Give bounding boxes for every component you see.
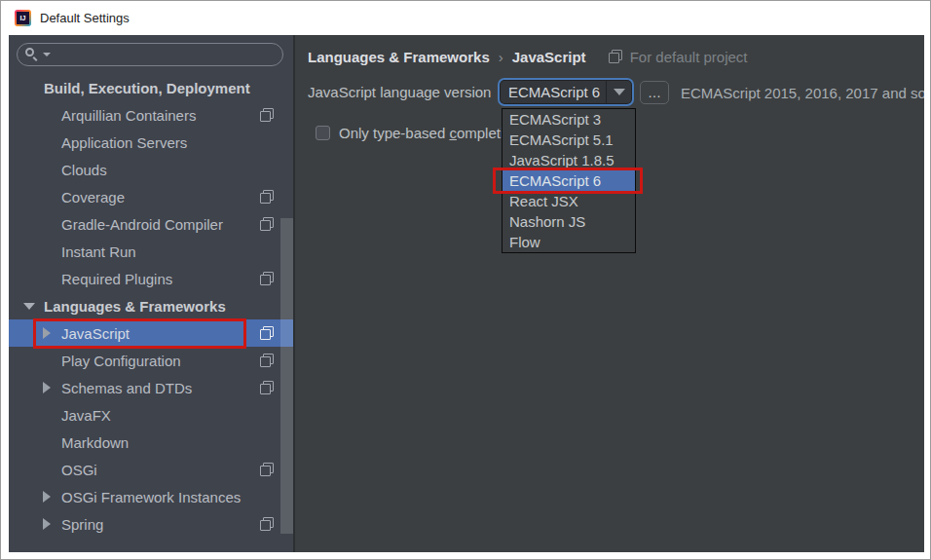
titlebar: IJ Default Settings [1,1,930,35]
dropdown-option-ecmascript-3[interactable]: ECMAScript 3 [503,109,635,130]
sidebar-item-label: Arquillian Containers [61,107,196,124]
per-project-icon [259,516,275,532]
type-based-completion-row: Only type-based completion [316,125,520,141]
language-version-label: JavaScript language version [308,84,491,101]
sidebar-item-label: Application Servers [61,134,187,151]
settings-tree: Build, Execution, DeploymentArquillian C… [9,74,293,538]
per-project-icon [259,107,275,123]
search-input[interactable] [17,43,283,66]
sidebar-item-markdown[interactable]: Markdown [9,429,293,456]
chevron-right-icon[interactable] [38,490,61,504]
chevron-right-icon[interactable] [38,381,61,394]
per-project-icon [259,380,275,395]
per-project-icon [259,462,275,477]
breadcrumb-javascript[interactable]: JavaScript [512,49,586,65]
dropdown-option-ecmascript-5-1[interactable]: ECMAScript 5.1 [503,130,635,150]
type-based-completion-label: Only type-based completion [339,125,520,141]
sidebar-item-label: Coverage [61,189,125,205]
sidebar-item-label: Gradle-Android Compiler [61,216,223,233]
breadcrumb-separator: › [499,49,503,65]
sidebar-item-label: Languages & Frameworks [44,298,226,315]
arrow-spacer [38,435,61,449]
scope-label: For default project [630,49,748,65]
search-field-wrap [17,43,283,66]
per-project-icon [259,325,275,341]
sidebar-item-label: OSGi Framework Instances [61,489,241,505]
version-description: ECMAScript 2015, 2016, 2017 and some [681,85,924,101]
sidebar-item-label: OSGi [61,462,97,478]
arrow-spacer [38,244,61,258]
sidebar-item-clouds[interactable]: Clouds [9,156,293,183]
sidebar-item-osgi-framework-instances[interactable]: OSGi Framework Instances [9,483,293,510]
sidebar-item-javascript[interactable]: JavaScript [9,319,293,347]
per-project-icon [259,271,275,286]
default-settings-dialog: IJ Default Settings Build, Execution, De… [0,0,931,560]
sidebar-item-play-configuration[interactable]: Play Configuration [9,347,293,374]
sidebar-item-javafx[interactable]: JavaFX [9,401,293,429]
dialog-content: Build, Execution, DeploymentArquillian C… [9,35,924,552]
dropdown-option-ecmascript-6[interactable]: ECMAScript 6 [503,170,635,191]
dropdown-option-react-jsx[interactable]: React JSX [503,191,635,211]
arrow-spacer [38,163,61,176]
sidebar-item-coverage[interactable]: Coverage [9,183,293,210]
sidebar-item-label: Markdown [61,434,129,451]
chevron-down-icon [614,89,625,95]
per-project-icon [259,216,275,232]
sidebar-item-label: Clouds [61,162,107,178]
settings-sidebar: Build, Execution, DeploymentArquillian C… [9,35,293,552]
sidebar-item-gradle-android-compiler[interactable]: Gradle-Android Compiler [9,210,293,238]
combobox-arrow-button[interactable] [606,80,632,104]
sidebar-item-languages-frameworks[interactable]: Languages & Frameworks [9,292,293,319]
window-title: Default Settings [40,11,130,25]
arrow-spacer [38,135,61,149]
arrow-spacer [38,408,61,422]
per-project-icon [608,49,623,64]
dropdown-option-nashorn-js[interactable]: Nashorn JS [503,211,635,232]
sidebar-item-label: JavaFX [61,407,111,424]
chevron-down-icon[interactable] [20,299,44,313]
sidebar-item-label: Spring [61,516,103,533]
browse-button[interactable]: … [640,81,669,104]
sidebar-item-spring[interactable]: Spring [9,510,293,538]
per-project-icon [259,189,275,205]
settings-panel: Languages & Frameworks › JavaScript For … [293,35,924,552]
language-version-dropdown-list: ECMAScript 3ECMAScript 5.1JavaScript 1.8… [502,108,636,253]
language-version-combobox[interactable]: ECMAScript 6 [498,78,634,106]
sidebar-item-required-plugins[interactable]: Required Plugins [9,265,293,292]
per-project-icon [259,353,275,368]
chevron-right-icon[interactable] [38,326,61,340]
type-based-completion-checkbox[interactable] [316,126,330,140]
combobox-value: ECMAScript 6 [500,84,606,100]
sidebar-item-instant-run[interactable]: Instant Run [9,238,293,265]
sidebar-item-application-servers[interactable]: Application Servers [9,129,293,156]
sidebar-item-label: Instant Run [61,243,136,260]
dropdown-option-javascript-1-8-5[interactable]: JavaScript 1.8.5 [503,150,635,170]
sidebar-item-label: Schemas and DTDs [61,380,192,396]
scope-indicator: For default project [608,49,748,65]
intellij-idea-icon: IJ [15,10,31,26]
arrow-spacer [38,190,61,204]
sidebar-item-build-execution-deployment[interactable]: Build, Execution, Deployment [9,74,293,101]
arrow-spacer [38,217,61,231]
sidebar-item-osgi[interactable]: OSGi [9,456,293,483]
sidebar-item-schemas-and-dtds[interactable]: Schemas and DTDs [9,374,293,401]
breadcrumb-languages-frameworks[interactable]: Languages & Frameworks [308,49,490,65]
arrow-spacer [38,272,61,285]
sidebar-item-label: JavaScript [61,325,130,342]
sidebar-item-label: Play Configuration [61,353,181,369]
arrow-spacer [38,108,61,122]
breadcrumb: Languages & Frameworks › JavaScript For … [308,46,748,67]
arrow-spacer [20,81,44,94]
dropdown-option-flow[interactable]: Flow [503,232,635,252]
arrow-spacer [38,354,61,367]
sidebar-item-label: Build, Execution, Deployment [44,80,250,96]
sidebar-scrollbar[interactable] [280,218,293,534]
sidebar-item-arquillian-containers[interactable]: Arquillian Containers [9,101,293,129]
arrow-spacer [38,463,61,476]
chevron-right-icon[interactable] [38,517,61,531]
sidebar-item-label: Required Plugins [61,271,172,287]
